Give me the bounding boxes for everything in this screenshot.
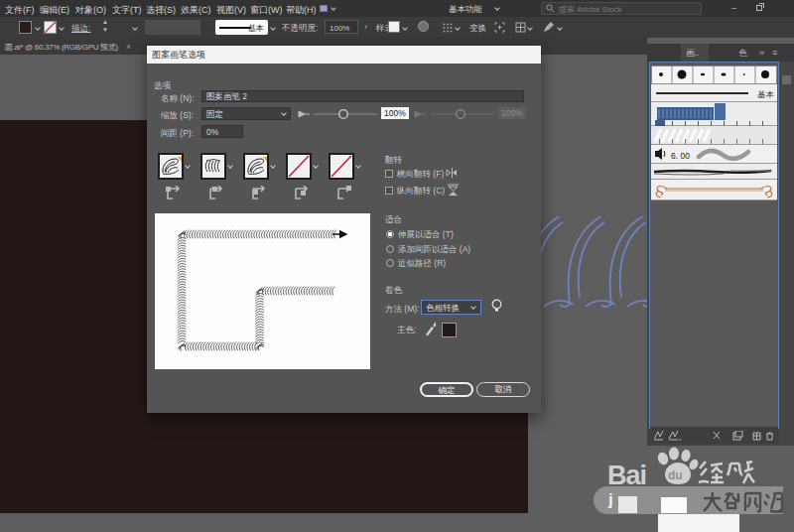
- svg-text:du: du: [668, 468, 683, 482]
